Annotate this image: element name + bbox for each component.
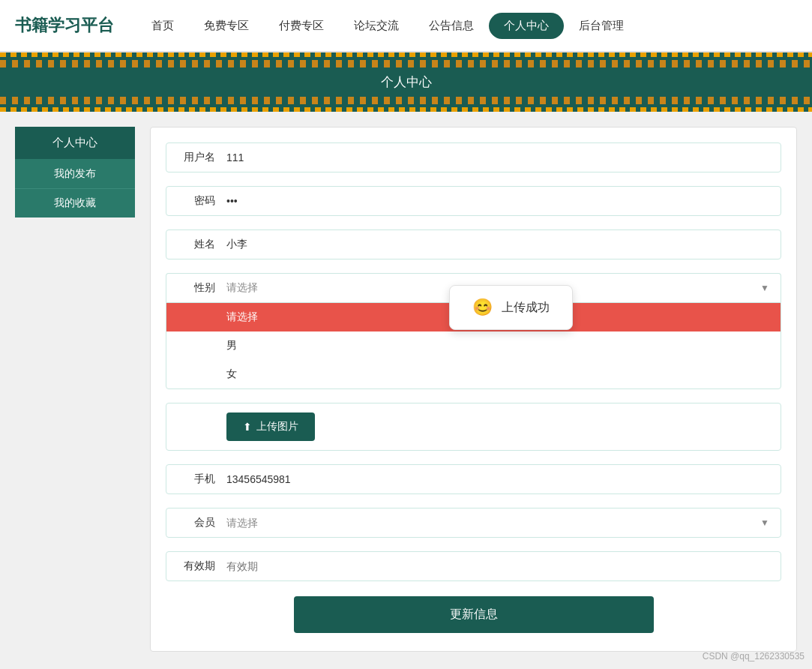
submit-button[interactable]: 更新信息 <box>294 596 654 633</box>
nav-paid[interactable]: 付费专区 <box>264 13 339 39</box>
nav-free[interactable]: 免费专区 <box>189 13 264 39</box>
password-row: 密码 <box>166 186 781 216</box>
upload-row: ⬆ 上传图片 <box>166 403 781 451</box>
nav-forum[interactable]: 论坛交流 <box>339 13 414 39</box>
page-title: 个人中心 <box>0 68 812 97</box>
username-row: 用户名 <box>166 142 781 172</box>
validity-input[interactable] <box>226 560 769 572</box>
top-divider <box>0 60 812 68</box>
main-layout: 个人中心 我的发布 我的收藏 用户名 密码 姓名 性别 请选择 ▼ <box>0 112 812 667</box>
validity-row: 有效期 <box>166 551 781 581</box>
page-title-banner: 个人中心 <box>0 52 812 112</box>
nav-admin[interactable]: 后台管理 <box>564 13 639 39</box>
sidebar: 个人中心 我的发布 我的收藏 <box>15 127 135 652</box>
username-label: 用户名 <box>178 151 215 164</box>
member-row: 会员 请选择 ▼ <box>166 508 781 538</box>
phone-label: 手机 <box>178 472 215 486</box>
member-label: 会员 <box>178 516 215 530</box>
username-input[interactable] <box>226 152 769 164</box>
gender-selected-value: 请选择 <box>226 281 258 295</box>
member-select-wrapper: 请选择 ▼ <box>226 517 769 529</box>
phone-row: 手机 <box>166 464 781 494</box>
gender-dropdown-arrow: ▼ <box>760 283 769 293</box>
toast-icon: 😊 <box>472 298 493 317</box>
member-select[interactable]: 请选择 <box>226 517 769 529</box>
nav-profile[interactable]: 个人中心 <box>489 13 564 39</box>
bottom-divider <box>0 97 812 104</box>
gender-label: 性别 <box>178 281 215 295</box>
upload-icon: ⬆ <box>243 421 252 433</box>
toast-message: 上传成功 <box>502 300 550 316</box>
toast-notification: 😊 上传成功 <box>449 285 573 330</box>
sidebar-item-favorites[interactable]: 我的收藏 <box>15 189 135 218</box>
name-row: 姓名 <box>166 230 781 260</box>
phone-input[interactable] <box>226 473 769 485</box>
password-input[interactable] <box>226 195 769 207</box>
name-label: 姓名 <box>178 238 215 251</box>
validity-label: 有效期 <box>178 560 215 573</box>
password-label: 密码 <box>178 194 215 208</box>
header: 书籍学习平台 首页 免费专区 付费专区 论坛交流 公告信息 个人中心 后台管理 <box>0 0 812 52</box>
site-logo: 书籍学习平台 <box>15 14 114 37</box>
nav-home[interactable]: 首页 <box>136 13 189 39</box>
content-area: 用户名 密码 姓名 性别 请选择 ▼ 请选择 男 女 <box>150 127 797 652</box>
gender-option-female[interactable]: 女 <box>166 360 781 388</box>
main-nav: 首页 免费专区 付费专区 论坛交流 公告信息 个人中心 后台管理 <box>136 13 797 39</box>
name-input[interactable] <box>226 238 769 250</box>
upload-button[interactable]: ⬆ 上传图片 <box>226 412 315 441</box>
nav-announcement[interactable]: 公告信息 <box>414 13 489 39</box>
gender-option-male[interactable]: 男 <box>166 332 781 360</box>
upload-label: 上传图片 <box>256 420 298 434</box>
sidebar-item-profile[interactable]: 个人中心 <box>15 127 135 160</box>
watermark: CSDN @qq_1262330535 <box>703 651 805 662</box>
sidebar-item-my-posts[interactable]: 我的发布 <box>15 160 135 189</box>
